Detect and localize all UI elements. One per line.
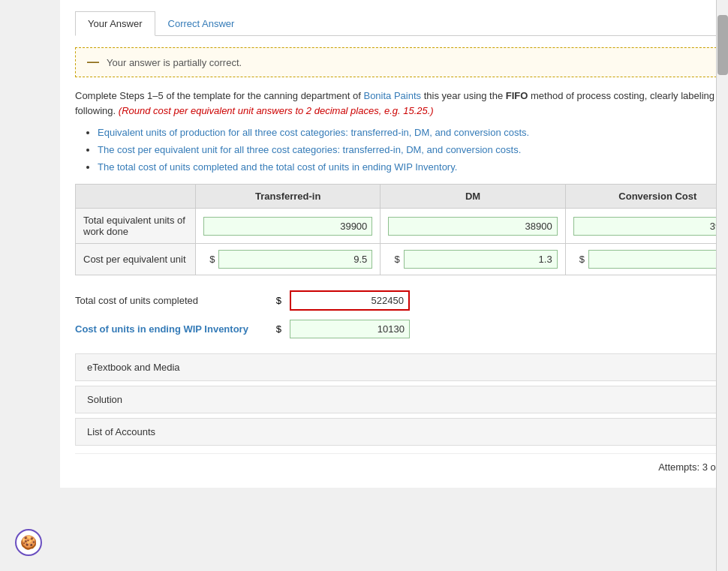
input-equiv-transferred-in[interactable] (203, 217, 372, 236)
instructions: Complete Steps 1–5 of the template for t… (75, 89, 728, 118)
data-table: Transferred-in DM Conversion Cost Total … (75, 184, 728, 275)
accordion-solution[interactable]: Solution (75, 386, 728, 413)
field-row-wip-cost: Cost of units in ending WIP Inventory $ (75, 320, 728, 338)
bullet-item-3: The total cost of units completed and th… (98, 161, 728, 173)
notice-box: — Your answer is partially correct. (75, 47, 728, 77)
label-total-cost: Total cost of units completed (75, 295, 263, 306)
table-row-cost-per-unit: Cost per equivalent unit $ $ $ (76, 244, 729, 275)
cell-cost-conversion: $ (565, 244, 728, 275)
bullet-item-2: The cost per equivalent unit for all thr… (98, 144, 728, 155)
notice-text: Your answer is partially correct. (107, 57, 242, 68)
footer: Attempts: 3 of 3 used (75, 453, 728, 473)
table-header-transferred-in: Transferred-in (196, 185, 381, 209)
scrollbar[interactable] (716, 0, 728, 571)
dollar-sign-3: $ (573, 254, 587, 265)
label-wip-cost-text: Cost of units in ending WIP Inventory (75, 323, 248, 335)
dollar-sign-1: $ (203, 254, 217, 265)
tab-your-answer[interactable]: Your Answer (75, 11, 155, 36)
cookie-icon[interactable]: 🍪 (15, 529, 42, 556)
cookie-emoji: 🍪 (20, 534, 37, 551)
input-equiv-conversion[interactable] (573, 217, 728, 236)
dollar-sign-2: $ (388, 254, 402, 265)
table-header-dm: DM (381, 185, 565, 209)
bullet-1-text: Equivalent units of production for all t… (98, 127, 529, 138)
cell-equiv-transferred-in (196, 209, 381, 244)
cell-cost-dm: $ (381, 244, 565, 275)
main-container: Your Answer Correct Answer — Your answer… (60, 0, 728, 488)
input-wip-cost[interactable] (290, 320, 410, 338)
bullet-3-text: The total cost of units completed and th… (98, 161, 457, 173)
input-cost-conversion[interactable] (588, 250, 728, 269)
cell-equiv-conversion (565, 209, 728, 244)
input-cost-transferred-in[interactable] (218, 250, 372, 269)
dollar-wip-cost: $ (269, 323, 284, 335)
notice-icon: — (87, 56, 99, 69)
row-label-equivalent-units: Total equivalent units of work done (76, 209, 196, 244)
bullet-list: Equivalent units of production for all t… (98, 127, 728, 173)
accordion-etextbook[interactable]: eTextbook and Media (75, 353, 728, 381)
row-label-cost-per-unit: Cost per equivalent unit (76, 244, 196, 275)
field-row-total-cost: Total cost of units completed $ (75, 290, 728, 311)
instructions-italic: (Round cost per equivalent unit answers … (119, 105, 434, 116)
tab-correct-answer[interactable]: Correct Answer (155, 11, 248, 36)
accordion-section: eTextbook and Media Solution List of Acc… (75, 353, 728, 446)
tab-bar: Your Answer Correct Answer (75, 11, 728, 36)
scrollbar-thumb[interactable] (717, 15, 728, 75)
table-header-empty (76, 185, 196, 209)
bottom-fields: Total cost of units completed $ Cost of … (75, 290, 728, 338)
label-wip-cost: Cost of units in ending WIP Inventory (75, 323, 263, 335)
input-total-cost[interactable] (290, 290, 410, 311)
cell-equiv-dm (381, 209, 565, 244)
accordion-list-accounts[interactable]: List of Accounts (75, 418, 728, 446)
dollar-total-cost: $ (269, 295, 284, 306)
input-cost-dm[interactable] (404, 250, 558, 269)
bullet-item-1: Equivalent units of production for all t… (98, 127, 728, 138)
bullet-2-text: The cost per equivalent unit for all thr… (98, 144, 521, 155)
input-equiv-dm[interactable] (388, 217, 557, 236)
table-row-equivalent-units: Total equivalent units of work done (76, 209, 729, 244)
cell-cost-transferred-in: $ (196, 244, 381, 275)
table-header-conversion: Conversion Cost (565, 185, 728, 209)
